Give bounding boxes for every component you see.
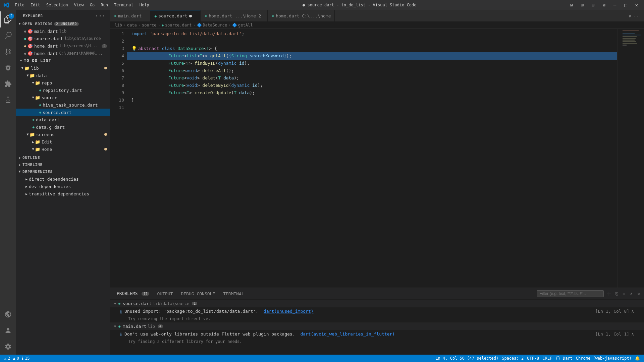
close-button[interactable]: ✕ [633,2,641,8]
menu-view[interactable]: View [71,2,87,8]
status-eol[interactable]: CRLF [541,355,553,362]
bc-class[interactable]: 🔷DataSource [197,23,227,27]
panel-tab-terminal[interactable]: TERMINAL [219,289,248,298]
problem-link-2[interactable]: dart(avoid_web_libraries_in_flutter) [300,331,395,337]
code-content[interactable]: import 'package:to_do_list/data/data.dar… [127,29,617,288]
wrap-icon[interactable]: ≡ [622,291,627,297]
search-activity-icon[interactable] [0,27,16,44]
copy-icon[interactable]: ⎘ [614,291,620,297]
dart-file-icon: ◈ [39,110,41,115]
tabs-more-icon[interactable]: ··· [634,13,641,18]
error-icon: ⚠ [4,356,6,361]
problem-group-source-header[interactable]: ▼ ◈ source.dart lib\data\source 1 [110,300,644,307]
file-source-dart[interactable]: ◈ source.dart [16,109,110,116]
filter-icon[interactable]: ⊹ [606,291,612,297]
customize-icon[interactable]: ⊠ [600,2,608,8]
explorer-activity-icon[interactable]: 2 [0,11,16,27]
outline-section[interactable]: ▶ OUTLINE [16,154,110,161]
split-icon[interactable]: ⊟ [589,2,597,8]
code-area[interactable]: 12345 678910 11 import 'package:to_do_li… [110,29,644,288]
menu-help[interactable]: Help [137,2,152,8]
minimize-button[interactable]: ─ [611,2,619,8]
settings-activity-icon[interactable] [0,339,16,355]
problem-expand-icon[interactable]: ∧ [631,331,634,337]
panel-tab-debug[interactable]: DEBUG CONSOLE [177,289,219,298]
test-activity-icon[interactable] [0,92,16,108]
folder-lib[interactable]: ▶ 📁 lib [16,64,110,72]
remote-activity-icon[interactable] [0,306,16,322]
open-editor-source[interactable]: ● 🎯 source.dart lib\data\source [16,35,110,42]
folder-source[interactable]: ▶ 📁 source [16,94,110,101]
open-editor-home1[interactable]: ● 🎯 home.dart lib\screens\H... 2 [16,42,110,50]
dep-direct[interactable]: ▶ direct dependencies [16,175,110,183]
menu-edit[interactable]: Edit [28,2,43,8]
open-editor-main[interactable]: ● 🎯 main.dart lib [16,27,110,35]
status-spaces[interactable]: Spaces: 2 [500,355,525,362]
folder-home[interactable]: ▶ 📁 Home [16,145,110,153]
tab-home-dart-2[interactable]: ◈ home.dart C:\...\home ✕ [268,10,335,22]
folder-edit[interactable]: ▶ 📁 Edit [16,138,110,145]
file-data-dart[interactable]: ◈ data.dart [16,116,110,123]
collapse-all-icon[interactable]: ∧ [629,291,634,297]
status-language[interactable]: {} Dart [554,355,574,362]
bc-data[interactable]: data [127,23,137,27]
problem-expand-icon[interactable]: ∧ [631,309,634,314]
timeline-section[interactable]: ▶ TIMELINE [16,161,110,168]
maximize-button[interactable]: □ [622,2,630,8]
layout-icon[interactable]: ⊡ [567,2,575,8]
file-repository[interactable]: ◈ repository.dart [16,86,110,94]
status-encoding[interactable]: UTF-8 [526,355,540,362]
folder-data[interactable]: ▶ 📁 data [16,72,110,79]
panel-icon[interactable]: ⊞ [578,2,586,8]
bc-lib[interactable]: lib [115,23,122,27]
problem-message-1: Unused import: 'package:to_do_list/data/… [124,309,592,314]
file-repository-label: repository.dart [43,88,82,93]
status-errors[interactable]: ⚠ 2 ▲ 0 ℹ 15 [3,355,31,362]
problem-group-main-header[interactable]: ▼ ◈ main.dart lib 4 [110,322,644,330]
open-editors-section[interactable]: ▶ OPEN EDITORS 2 unsaved [16,20,110,27]
tab-main-dart[interactable]: ◈ main.dart ✕ [110,10,150,22]
debug-activity-icon[interactable] [0,60,16,76]
filter-input[interactable] [537,290,604,297]
menu-go[interactable]: Go [87,2,97,8]
menu-file[interactable]: File [12,2,27,8]
extensions-activity-icon[interactable] [0,76,16,92]
bc-method[interactable]: 🔷getAll [232,23,253,27]
source-control-activity-icon[interactable] [0,44,16,60]
dep-transitive[interactable]: ▶ transitive dependencies [16,190,110,197]
problem-link-1[interactable]: dart(unused_import) [264,309,314,314]
menu-terminal[interactable]: Terminal [111,2,136,8]
dart-file-icon: ◈ [39,103,41,107]
status-platform[interactable]: Chrome (web-javascript) [575,355,633,362]
account-activity-icon[interactable] [0,322,16,339]
menu-run[interactable]: Run [98,2,111,8]
tabs-split-icon[interactable]: ⇄ [629,13,632,18]
status-notification[interactable]: 🔔 [634,355,641,362]
code-line-10: } [127,97,617,104]
status-cursor[interactable]: Ln 4, Col 50 (47 selected) [434,355,500,362]
open-editor-home2[interactable]: ● 🎯 home.dart C:\Users\MARMAR... [16,50,110,57]
tab-home-dart-1[interactable]: ◈ home.dart ...\Home 2 ✕ [201,10,268,22]
folder-screens[interactable]: ▶ 📁 screens [16,131,110,138]
bc-source[interactable]: source [142,23,156,27]
tab-source-dart[interactable]: ◈ source.dart ✕ [150,10,201,22]
problem-item-1[interactable]: ℹ Unused import: 'package:to_do_list/dat… [110,307,644,316]
menu-selection[interactable]: Selection [44,2,71,8]
bc-file[interactable]: ◈source.dart [162,23,192,27]
language-label: {} Dart [555,356,573,361]
dep-dev[interactable]: ▶ dev dependencies [16,183,110,190]
panel-tab-output[interactable]: OUTPUT [153,289,177,298]
explorer-more-icon[interactable]: ··· [95,13,106,19]
file-source-label: source.dart [43,110,71,115]
folder-repo[interactable]: ▶ 📁 repo [16,79,110,86]
dependencies-label: DEPENDENCIES [22,170,53,174]
panel-close-icon[interactable]: ✕ [636,291,641,297]
explorer-label: EXPLORER [23,14,43,18]
file-hive-task[interactable]: ◈ hive_task_source.dart [16,101,110,109]
project-section[interactable]: ▶ TO_DO_LIST [16,57,110,64]
file-data-g-dart[interactable]: ◈ data.g.dart [16,123,110,131]
folder-chevron: ▶ [21,67,24,69]
dependencies-section[interactable]: ▶ DEPENDENCIES [16,168,110,175]
panel-tab-problems[interactable]: PROBLEMS 17 [113,289,153,298]
problem-item-2[interactable]: ℹ Don't use web-only libraries outside F… [110,330,644,339]
